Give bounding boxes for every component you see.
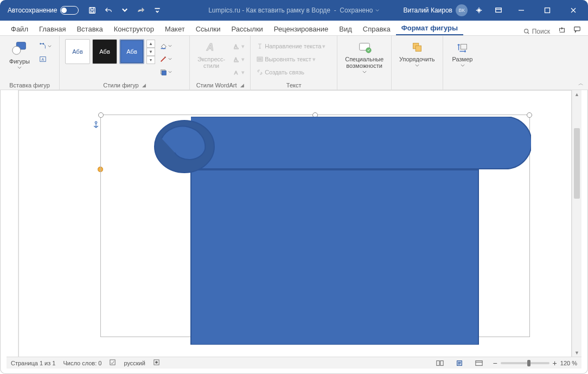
status-bar: Страница 1 из 1 Число слов: 0 русский − … bbox=[7, 357, 581, 369]
shape-style-gallery[interactable]: Абв Абв Абв ▲ ▼ ▾ bbox=[64, 38, 155, 65]
svg-rect-30 bbox=[110, 360, 115, 365]
svg-rect-25 bbox=[416, 46, 421, 51]
minimize-button[interactable] bbox=[510, 2, 533, 18]
ribbon-display-icon[interactable] bbox=[491, 3, 506, 17]
gallery-down-icon[interactable]: ▼ bbox=[146, 48, 155, 56]
svg-rect-33 bbox=[437, 360, 439, 365]
svg-rect-3 bbox=[545, 8, 550, 13]
proofing-icon[interactable] bbox=[109, 359, 116, 367]
tab-file[interactable]: Файл bbox=[5, 22, 34, 35]
resize-handle-nw[interactable] bbox=[98, 112, 104, 118]
page-canvas[interactable] bbox=[18, 90, 572, 357]
scroll-shape[interactable] bbox=[153, 117, 531, 345]
tab-home[interactable]: Главная bbox=[34, 22, 71, 35]
group-accessibility: Специальные возможности bbox=[337, 36, 392, 90]
svg-point-27 bbox=[95, 122, 97, 124]
tab-review[interactable]: Рецензирование bbox=[269, 22, 334, 35]
status-language[interactable]: русский bbox=[124, 360, 145, 366]
close-button[interactable] bbox=[562, 2, 585, 18]
accessibility-button[interactable]: Специальные возможности bbox=[342, 38, 387, 75]
edit-shape-icon[interactable] bbox=[38, 40, 53, 52]
macro-icon[interactable] bbox=[153, 359, 160, 367]
undo-dropdown-icon[interactable] bbox=[118, 3, 132, 17]
maximize-button[interactable] bbox=[536, 2, 559, 18]
tab-references[interactable]: Ссылки bbox=[190, 22, 226, 35]
redo-icon[interactable] bbox=[134, 3, 148, 17]
svg-rect-34 bbox=[440, 360, 443, 365]
text-fill-icon: A▾ bbox=[232, 40, 246, 52]
share-icon[interactable] bbox=[554, 23, 570, 35]
svg-point-8 bbox=[40, 43, 41, 45]
undo-icon[interactable] bbox=[101, 3, 116, 17]
style-preset-3[interactable]: Абв bbox=[119, 39, 144, 64]
group-label-insert-shapes: Вставка фигур bbox=[4, 81, 55, 88]
svg-rect-36 bbox=[476, 360, 482, 365]
svg-point-4 bbox=[524, 29, 528, 33]
collapse-ribbon-icon[interactable]: ︿ bbox=[578, 80, 584, 87]
svg-rect-21 bbox=[257, 57, 263, 61]
arrange-button[interactable]: Упорядочить bbox=[396, 38, 438, 69]
svg-text:A: A bbox=[206, 41, 213, 53]
gallery-more-icon[interactable]: ▾ bbox=[146, 56, 155, 64]
tab-layout[interactable]: Макет bbox=[159, 22, 190, 35]
svg-point-9 bbox=[43, 43, 44, 45]
title-bar: Автосохранение Lumpics.ru - Как вставить… bbox=[0, 0, 588, 21]
ribbon: Фигуры A Вставка фигур Абв Абв Абв ▲ ▼ ▾ bbox=[0, 36, 588, 90]
view-print-icon[interactable] bbox=[453, 359, 465, 367]
shapes-button[interactable]: Фигуры bbox=[4, 38, 35, 71]
scroll-up-icon[interactable]: ▲ bbox=[572, 90, 581, 99]
search-box[interactable]: Поиск bbox=[519, 28, 554, 35]
tab-insert[interactable]: Вставка bbox=[71, 22, 108, 35]
shape-fill-icon[interactable] bbox=[158, 40, 173, 52]
zoom-out-icon[interactable]: − bbox=[493, 359, 497, 367]
text-direction-button: Направление текста▾ bbox=[255, 40, 327, 52]
status-word-count[interactable]: Число слов: 0 bbox=[63, 360, 101, 366]
gallery-up-icon[interactable]: ▲ bbox=[146, 40, 155, 48]
scrollbar-vertical[interactable]: ▲ ▼ bbox=[572, 90, 581, 357]
style-preset-1[interactable]: Абв bbox=[65, 39, 90, 64]
shape-outline-icon[interactable] bbox=[158, 53, 173, 65]
shape-styles-launcher-icon[interactable]: ◢ bbox=[142, 83, 146, 88]
autosave-label: Автосохранение bbox=[8, 7, 57, 14]
svg-rect-14 bbox=[162, 71, 166, 75]
zoom-in-icon[interactable]: + bbox=[553, 359, 557, 367]
group-size: Размер bbox=[443, 36, 482, 90]
ruler-vertical bbox=[7, 90, 18, 357]
svg-rect-12 bbox=[161, 48, 166, 49]
ribbon-tabs: Файл Главная Вставка Конструктор Макет С… bbox=[0, 21, 588, 36]
tab-view[interactable]: Вид bbox=[334, 22, 357, 35]
tab-mailings[interactable]: Рассылки bbox=[226, 22, 268, 35]
zoom-slider[interactable] bbox=[501, 362, 549, 364]
svg-point-32 bbox=[156, 362, 158, 364]
status-page[interactable]: Страница 1 из 1 bbox=[11, 360, 55, 366]
tab-shape-format[interactable]: Формат фигуры bbox=[396, 21, 463, 35]
create-link-button: Создать связь bbox=[255, 66, 327, 78]
style-preset-2[interactable]: Абв bbox=[92, 39, 117, 64]
svg-rect-2 bbox=[496, 8, 502, 12]
tab-help[interactable]: Справка bbox=[357, 22, 396, 35]
svg-text:A: A bbox=[41, 58, 44, 61]
view-read-icon[interactable] bbox=[434, 359, 446, 367]
scroll-down-icon[interactable]: ▼ bbox=[572, 348, 581, 357]
svg-rect-1 bbox=[91, 11, 94, 13]
text-box-icon[interactable]: A bbox=[38, 53, 53, 65]
shape-effects-icon[interactable] bbox=[158, 66, 173, 78]
anchor-icon bbox=[92, 121, 100, 131]
group-label-text: Текст bbox=[255, 81, 333, 88]
sparkle-icon[interactable] bbox=[472, 3, 486, 17]
qat-customize-icon[interactable] bbox=[150, 3, 164, 17]
wordart-launcher-icon[interactable]: ◢ bbox=[240, 83, 244, 88]
group-label-shape-styles: Стили фигур bbox=[103, 82, 138, 88]
user-name: Виталий Каиров bbox=[403, 7, 452, 14]
zoom-value[interactable]: 120 % bbox=[560, 360, 577, 366]
tab-design[interactable]: Конструктор bbox=[108, 22, 159, 35]
avatar[interactable]: ВК bbox=[456, 4, 468, 16]
size-button[interactable]: Размер bbox=[448, 38, 478, 69]
autosave-toggle[interactable] bbox=[60, 6, 79, 15]
view-web-icon[interactable] bbox=[473, 359, 485, 367]
save-icon[interactable] bbox=[85, 3, 99, 17]
scroll-thumb[interactable] bbox=[574, 128, 580, 199]
group-text: Направление текста▾ Выровнять текст▾ Соз… bbox=[251, 36, 337, 90]
document-area: ▲ ▼ bbox=[7, 90, 581, 357]
comments-icon[interactable] bbox=[570, 23, 585, 35]
